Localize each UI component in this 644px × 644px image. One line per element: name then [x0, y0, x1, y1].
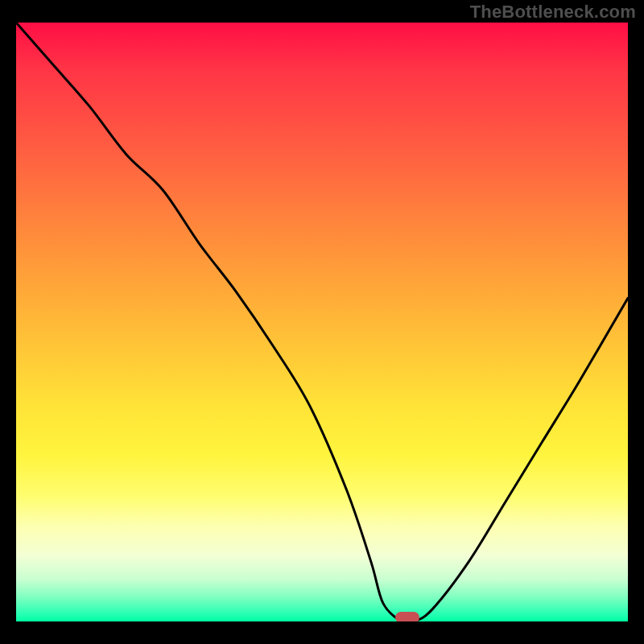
watermark-text: TheBottleneck.com	[470, 2, 636, 23]
optimal-marker	[395, 612, 419, 621]
bottleneck-curve	[16, 23, 628, 621]
plot-area	[16, 23, 628, 621]
chart-frame: TheBottleneck.com	[0, 0, 644, 644]
